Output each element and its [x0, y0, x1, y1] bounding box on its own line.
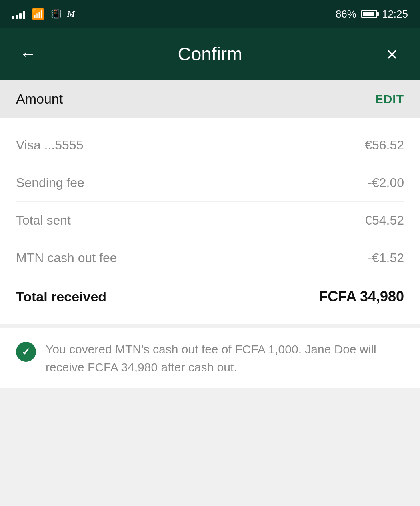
battery-percent: 86% [336, 8, 356, 20]
line-items-container: Visa ...5555 €56.52 Sending fee -€2.00 T… [0, 118, 420, 324]
back-button[interactable]: ← [16, 42, 40, 66]
total-sent-label: Total sent [16, 213, 71, 228]
close-button[interactable]: × [380, 42, 404, 66]
sending-fee-label: Sending fee [16, 175, 84, 190]
page-title: Confirm [178, 43, 242, 65]
page-header: ← Confirm × [0, 28, 420, 80]
visa-value: €56.52 [365, 138, 404, 153]
notice-box: ✓ You covered MTN's cash out fee of FCFA… [0, 328, 420, 388]
total-sent-value: €54.52 [365, 213, 404, 228]
line-item-total-received: Total received FCFA 34,980 [16, 277, 404, 316]
total-received-value: FCFA 34,980 [319, 288, 404, 305]
vibrate-icon: 📳 [51, 9, 62, 19]
line-item-mtn-fee: MTN cash out fee -€1.52 [16, 239, 404, 277]
sending-fee-value: -€2.00 [368, 175, 404, 190]
line-item-sending-fee: Sending fee -€2.00 [16, 164, 404, 202]
line-item-visa: Visa ...5555 €56.52 [16, 127, 404, 164]
status-time: 12:25 [382, 8, 408, 20]
notice-text: You covered MTN's cash out fee of FCFA 1… [46, 340, 404, 376]
extra-status-icons: 📳 M [51, 9, 75, 19]
status-bar: 📶 📳 M 86% 12:25 [0, 0, 420, 28]
amount-label: Amount [16, 91, 63, 107]
wifi-icon: 📶 [32, 8, 44, 20]
signal-icon [12, 9, 25, 19]
status-right-info: 86% 12:25 [336, 8, 408, 20]
status-left-icons: 📶 📳 M [12, 8, 75, 20]
edit-button[interactable]: EDIT [375, 92, 404, 106]
line-item-total-sent: Total sent €54.52 [16, 202, 404, 239]
total-received-label: Total received [16, 289, 106, 305]
check-circle-icon: ✓ [16, 342, 36, 362]
gmail-icon: M [67, 9, 75, 19]
mtn-fee-label: MTN cash out fee [16, 251, 117, 265]
battery-icon [361, 10, 377, 18]
visa-label: Visa ...5555 [16, 138, 83, 153]
amount-section-header: Amount EDIT [0, 80, 420, 118]
mtn-fee-value: -€1.52 [368, 251, 404, 265]
checkmark: ✓ [22, 346, 30, 358]
